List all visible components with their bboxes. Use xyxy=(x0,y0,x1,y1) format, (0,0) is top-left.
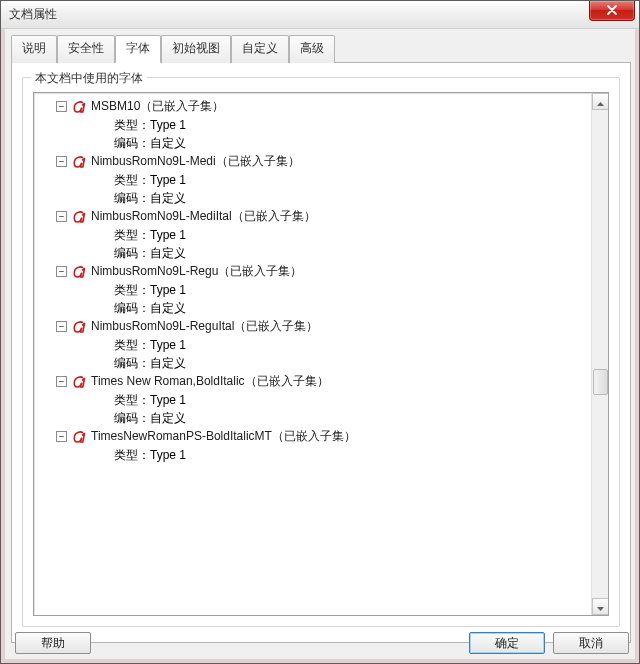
collapse-icon[interactable]: − xyxy=(56,376,67,387)
collapse-icon[interactable]: − xyxy=(56,431,67,442)
tab-bar: 说明 安全性 字体 初始视图 自定义 高级 xyxy=(11,35,631,63)
close-icon xyxy=(606,5,618,15)
font-name: NimbusRomNo9L-MediItal（已嵌入子集） xyxy=(91,208,316,225)
font-row[interactable]: −NimbusRomNo9L-ReguItal（已嵌入子集） xyxy=(56,317,591,336)
font-node: −MSBM10（已嵌入子集）类型：Type 1编码：自定义 xyxy=(34,97,591,152)
font-node: −NimbusRomNo9L-Medi（已嵌入子集）类型：Type 1编码：自定… xyxy=(34,152,591,207)
font-encoding: 编码：自定义 xyxy=(114,134,591,152)
font-icon xyxy=(71,374,87,390)
font-type: 类型：Type 1 xyxy=(114,446,591,464)
font-tree[interactable]: −MSBM10（已嵌入子集）类型：Type 1编码：自定义−NimbusRomN… xyxy=(34,93,591,615)
font-icon xyxy=(71,154,87,170)
font-properties: 类型：Type 1编码：自定义 xyxy=(56,116,591,152)
tab-initial-view[interactable]: 初始视图 xyxy=(161,35,231,63)
font-name: NimbusRomNo9L-Regu（已嵌入子集） xyxy=(91,263,302,280)
tab-security[interactable]: 安全性 xyxy=(57,35,115,63)
vertical-scrollbar[interactable] xyxy=(591,93,608,615)
font-properties: 类型：Type 1 xyxy=(56,446,591,464)
font-name: MSBM10（已嵌入子集） xyxy=(91,98,224,115)
collapse-icon[interactable]: − xyxy=(56,266,67,277)
tab-custom[interactable]: 自定义 xyxy=(231,35,289,63)
help-button[interactable]: 帮助 xyxy=(15,632,91,654)
font-node: −NimbusRomNo9L-ReguItal（已嵌入子集）类型：Type 1编… xyxy=(34,317,591,372)
chevron-up-icon xyxy=(597,95,604,109)
font-node: −Times New Roman,BoldItalic（已嵌入子集）类型：Typ… xyxy=(34,372,591,427)
font-name: Times New Roman,BoldItalic（已嵌入子集） xyxy=(91,373,329,390)
font-properties: 类型：Type 1编码：自定义 xyxy=(56,226,591,262)
window-title: 文档属性 xyxy=(9,6,57,23)
close-button[interactable] xyxy=(589,1,635,21)
font-properties: 类型：Type 1编码：自定义 xyxy=(56,391,591,427)
font-row[interactable]: −NimbusRomNo9L-Regu（已嵌入子集） xyxy=(56,262,591,281)
font-type: 类型：Type 1 xyxy=(114,171,591,189)
collapse-icon[interactable]: − xyxy=(56,101,67,112)
font-type: 类型：Type 1 xyxy=(114,116,591,134)
collapse-icon[interactable]: − xyxy=(56,156,67,167)
font-row[interactable]: −NimbusRomNo9L-MediItal（已嵌入子集） xyxy=(56,207,591,226)
dialog-button-bar: 帮助 确定 取消 xyxy=(1,627,639,663)
scroll-down-button[interactable] xyxy=(592,598,609,615)
ok-button[interactable]: 确定 xyxy=(469,632,545,654)
tab-description[interactable]: 说明 xyxy=(11,35,57,63)
font-icon xyxy=(71,264,87,280)
font-encoding: 编码：自定义 xyxy=(114,299,591,317)
font-type: 类型：Type 1 xyxy=(114,336,591,354)
font-tree-container: −MSBM10（已嵌入子集）类型：Type 1编码：自定义−NimbusRomN… xyxy=(33,92,609,616)
collapse-icon[interactable]: − xyxy=(56,321,67,332)
chevron-down-icon xyxy=(597,600,604,614)
font-icon xyxy=(71,99,87,115)
font-name: NimbusRomNo9L-ReguItal（已嵌入子集） xyxy=(91,318,318,335)
fonts-groupbox: 本文档中使用的字体 −MSBM10（已嵌入子集）类型：Type 1编码：自定义−… xyxy=(22,77,620,627)
font-name: NimbusRomNo9L-Medi（已嵌入子集） xyxy=(91,153,300,170)
collapse-icon[interactable]: − xyxy=(56,211,67,222)
font-properties: 类型：Type 1编码：自定义 xyxy=(56,336,591,372)
groupbox-label: 本文档中使用的字体 xyxy=(31,70,147,87)
font-encoding: 编码：自定义 xyxy=(114,354,591,372)
cancel-button[interactable]: 取消 xyxy=(553,632,629,654)
font-type: 类型：Type 1 xyxy=(114,281,591,299)
scrollbar-thumb[interactable] xyxy=(593,369,608,395)
title-bar: 文档属性 xyxy=(1,1,639,29)
dialog-window: 文档属性 说明 安全性 字体 初始视图 自定义 高级 本文档中使用的字体 −MS… xyxy=(0,0,640,664)
font-node: −NimbusRomNo9L-MediItal（已嵌入子集）类型：Type 1编… xyxy=(34,207,591,262)
font-type: 类型：Type 1 xyxy=(114,226,591,244)
font-icon xyxy=(71,319,87,335)
font-node: −NimbusRomNo9L-Regu（已嵌入子集）类型：Type 1编码：自定… xyxy=(34,262,591,317)
font-properties: 类型：Type 1编码：自定义 xyxy=(56,171,591,207)
tab-panel: 本文档中使用的字体 −MSBM10（已嵌入子集）类型：Type 1编码：自定义−… xyxy=(11,63,631,643)
font-name: TimesNewRomanPS-BoldItalicMT（已嵌入子集） xyxy=(91,428,356,445)
font-row[interactable]: −TimesNewRomanPS-BoldItalicMT（已嵌入子集） xyxy=(56,427,591,446)
tab-fonts[interactable]: 字体 xyxy=(115,35,161,63)
font-row[interactable]: −NimbusRomNo9L-Medi（已嵌入子集） xyxy=(56,152,591,171)
font-icon xyxy=(71,209,87,225)
font-properties: 类型：Type 1编码：自定义 xyxy=(56,281,591,317)
scroll-up-button[interactable] xyxy=(592,93,609,110)
font-type: 类型：Type 1 xyxy=(114,391,591,409)
tab-advanced[interactable]: 高级 xyxy=(289,35,335,63)
font-encoding: 编码：自定义 xyxy=(114,409,591,427)
font-encoding: 编码：自定义 xyxy=(114,189,591,207)
font-row[interactable]: −Times New Roman,BoldItalic（已嵌入子集） xyxy=(56,372,591,391)
font-row[interactable]: −MSBM10（已嵌入子集） xyxy=(56,97,591,116)
font-encoding: 编码：自定义 xyxy=(114,244,591,262)
font-icon xyxy=(71,429,87,445)
font-node: −TimesNewRomanPS-BoldItalicMT（已嵌入子集）类型：T… xyxy=(34,427,591,464)
